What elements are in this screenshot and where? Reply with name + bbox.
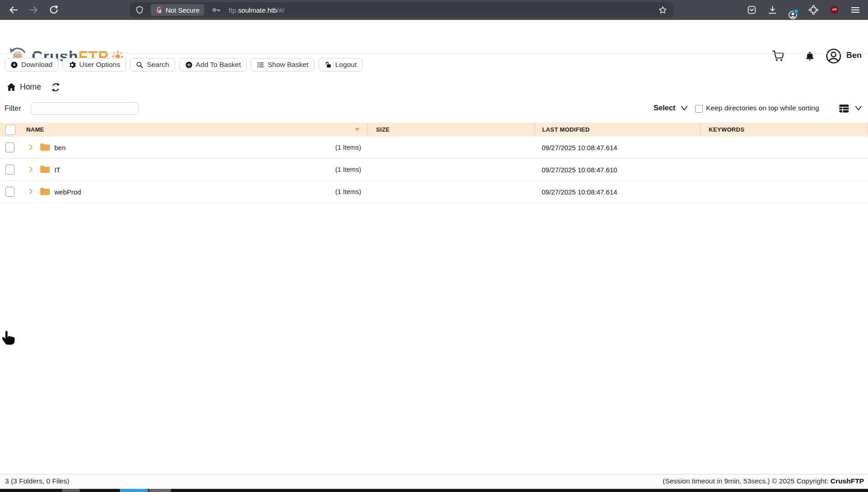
column-size[interactable]: SIZE [367,123,535,137]
folder-name[interactable]: IT [54,166,60,174]
column-label: SIZE [376,126,390,133]
folder-name[interactable]: ben [54,144,66,151]
url-subdomain: ftp. [229,6,238,14]
action-toolbar: Download User Options Search Add To Bask… [5,58,362,71]
download-tray-icon[interactable] [768,5,777,15]
table-body: ben(1 Items)09/27/2025 10:08:47.614IT(1 … [0,137,868,203]
filter-input[interactable] [31,102,138,115]
row-size-cell [367,159,535,180]
svg-text:uO: uO [832,8,837,11]
screen: Not Secure ftp.soulmate.htb/#/ uO [0,0,868,492]
status-bar: 3 (3 Folders, 0 Files) (Session timeout … [0,474,868,489]
row-checkbox[interactable] [5,165,14,175]
browser-toolbar: Not Secure ftp.soulmate.htb/#/ uO [0,0,868,20]
hand-cursor [1,330,15,347]
row-keywords [700,137,868,158]
ublock-icon[interactable]: uO [830,5,839,15]
table-header: NAME SIZE LAST MODIFIED KEYWORDS [0,123,868,137]
add-to-basket-button[interactable]: Add To Basket [179,58,247,71]
notification-dot [793,9,799,14]
copyright-brand: CrushFTP [830,477,864,485]
bell-icon[interactable] [804,51,816,62]
account-icon[interactable] [788,10,798,20]
column-label: LAST MODIFIED [542,126,590,133]
table-row[interactable]: ben(1 Items)09/27/2025 10:08:47.614 [0,137,868,159]
extensions-icon[interactable] [809,5,819,15]
user-options-button[interactable]: User Options [62,58,126,71]
row-keywords [700,181,868,203]
button-label: Search [147,61,169,69]
chevron-right-icon[interactable] [27,188,35,195]
table-row[interactable]: webProd(1 Items)09/27/2025 10:08:47.614 [0,181,868,203]
button-label: Logout [335,61,357,69]
breadcrumb-home[interactable]: Home [20,82,41,92]
not-secure-badge[interactable]: Not Secure [151,4,204,16]
taskbar-window-button[interactable] [149,489,171,492]
circle-plus-icon [185,61,193,69]
url-path: /#/ [277,6,285,14]
folder-name[interactable]: webProd [54,188,81,196]
row-modified: 09/27/2025 10:08:47.610 [535,159,700,180]
chevron-right-icon[interactable] [27,143,35,151]
row-size: (1 Items) [335,188,361,195]
column-keywords[interactable]: KEYWORDS [700,123,868,137]
session-text: (Session timeout in 9min, 53secs.) © 202… [663,477,830,485]
taskbar [0,489,868,492]
folder-icon [40,142,50,151]
list-icon [257,61,264,69]
shield-icon[interactable] [135,5,144,15]
logout-button[interactable]: Logout [319,58,362,71]
reload-icon[interactable] [48,5,59,15]
app-header: CrushFTP Ben [0,20,868,53]
url-text: ftp.soulmate.htb/#/ [229,6,284,14]
search-button[interactable]: Search [130,58,175,71]
user-circle-icon[interactable] [825,48,842,64]
home-icon[interactable] [6,82,17,93]
chevron-right-icon[interactable] [27,166,35,173]
select-all-checkbox[interactable] [5,125,15,135]
button-label: User Options [79,61,120,69]
search-icon [136,61,143,69]
keep-directories-label[interactable]: Keep directories on top while sorting [706,104,819,112]
taskbar-window-button[interactable] [62,489,80,492]
show-basket-button[interactable]: Show Basket [251,58,314,71]
breadcrumb: Home [0,80,868,95]
row-size-cell [367,181,535,203]
url-bar[interactable]: Not Secure ftp.soulmate.htb/#/ [129,2,673,18]
row-size: (1 Items) [335,144,361,151]
pocket-icon[interactable] [747,5,757,15]
row-keywords [700,159,868,180]
file-table: NAME SIZE LAST MODIFIED KEYWORDS ben(1 I… [0,123,868,203]
column-last-modified[interactable]: LAST MODIFIED [535,123,700,137]
column-name[interactable]: NAME [0,123,367,137]
folder-icon [40,187,50,196]
folder-icon [40,165,50,174]
button-label: Show Basket [267,61,308,69]
menu-icon[interactable] [850,5,860,15]
column-label: KEYWORDS [709,126,744,133]
row-checkbox[interactable] [5,187,14,197]
session-info: (Session timeout in 9min, 53secs.) © 202… [663,477,864,485]
column-label: NAME [26,126,44,133]
select-dropdown[interactable]: Select [653,104,676,112]
username[interactable]: Ben [846,51,862,60]
unlock-icon [324,61,332,69]
taskbar-active-window-button[interactable] [120,489,148,492]
not-secure-label: Not Secure [166,6,200,14]
chevron-down-icon[interactable] [680,105,688,112]
chevron-down-icon[interactable] [854,105,863,112]
row-checkbox[interactable] [5,142,14,152]
row-size-cell [367,137,535,158]
row-modified: 09/27/2025 10:08:47.614 [535,181,700,203]
star-icon[interactable] [658,5,668,15]
cart-icon[interactable] [772,50,784,62]
table-row[interactable]: IT(1 Items)09/27/2025 10:08:47.610 [0,159,868,181]
forward-icon[interactable] [28,5,39,15]
refresh-icon[interactable] [51,82,61,92]
header-divider [0,53,868,54]
back-icon[interactable] [8,5,19,15]
download-button[interactable]: Download [5,58,58,71]
table-view-icon[interactable] [838,103,850,114]
keep-directories-checkbox[interactable] [695,105,703,113]
folder-summary: 3 (3 Folders, 0 Files) [5,477,69,485]
